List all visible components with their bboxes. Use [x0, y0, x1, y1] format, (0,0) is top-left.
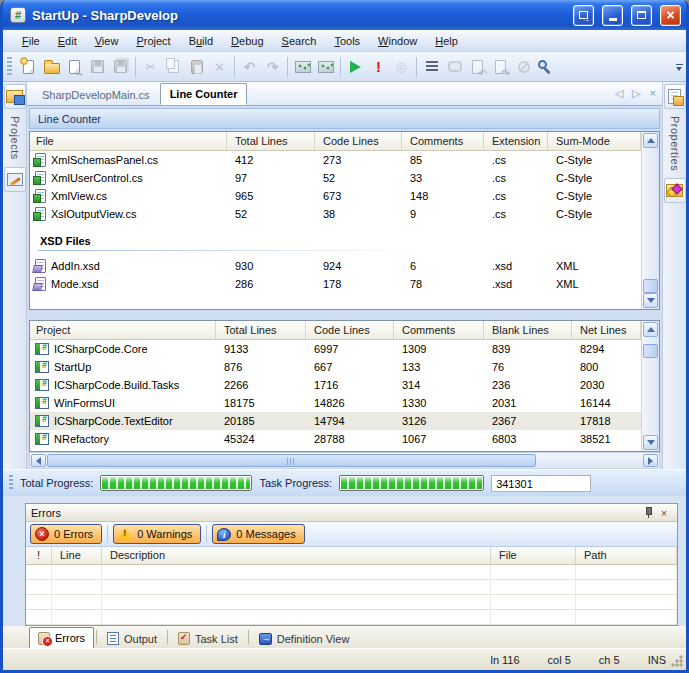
menu-project[interactable]: Project — [127, 32, 179, 50]
table-row[interactable]: XslOutputView.cs52389.csC-Style — [30, 205, 641, 223]
document-tab[interactable]: SharpDevelopMain.cs — [32, 85, 160, 105]
new-window-button[interactable] — [63, 55, 86, 78]
project-name-cell: ICSharpCode.TextEditor — [30, 415, 216, 427]
next-tab-icon[interactable]: ▷ — [632, 88, 640, 99]
project-name-cell: ICSharpCode.Build.Tasks — [30, 379, 216, 391]
files-table: FileTotal LinesCode LinesCommentsExtensi… — [29, 131, 660, 310]
float-window-button[interactable] — [573, 5, 594, 26]
scroll-down-button[interactable] — [643, 435, 658, 450]
right-dock-strip: Properties — [662, 82, 686, 469]
search-button[interactable] — [535, 55, 558, 78]
table-row[interactable]: AddIn.xsd9309246.xsdXML — [30, 257, 641, 275]
scrollbar-thumb[interactable] — [47, 454, 536, 467]
build-button[interactable] — [291, 55, 314, 78]
toolbar-separator — [287, 57, 288, 77]
cell: 8294 — [572, 343, 641, 355]
close-tab-icon[interactable]: × — [650, 88, 656, 99]
tab-task-list[interactable]: Task List — [170, 629, 246, 648]
errors-toolbar: 0 Errors0 Warnings0 Messages — [26, 522, 677, 547]
column-header: Total Lines — [216, 321, 306, 339]
menu-help[interactable]: Help — [426, 32, 467, 50]
project-row[interactable]: ICSharpCode.TextEditor201851479431262367… — [30, 412, 641, 430]
toolbar: ✂×↶↷!◎ — [3, 52, 686, 82]
cell: 178 — [315, 278, 402, 290]
prev-tab-icon[interactable]: ◁ — [615, 88, 623, 99]
scroll-right-button[interactable] — [643, 454, 658, 467]
errors-filter-button[interactable]: 0 Errors — [30, 524, 102, 544]
warnings-filter-button[interactable]: 0 Warnings — [113, 524, 201, 544]
new-file-button[interactable] — [17, 55, 40, 78]
maximize-button[interactable] — [631, 5, 652, 26]
cell: 412 — [227, 154, 315, 166]
menu-view[interactable]: View — [86, 32, 128, 50]
toolbar-overflow-button[interactable] — [673, 55, 685, 79]
files-table-scrollbar[interactable] — [641, 132, 659, 309]
properties-pad-label[interactable]: Properties — [669, 116, 681, 171]
tab-errors[interactable]: Errors — [29, 627, 94, 648]
project-row[interactable]: ICSharpCode.Core9133699713098398294 — [30, 340, 641, 358]
scroll-left-button[interactable] — [31, 454, 46, 467]
bookmarks-menu-button[interactable] — [420, 55, 443, 78]
scrollbar-thumb[interactable] — [643, 344, 658, 358]
scissors-icon: ✂ — [145, 61, 155, 73]
close-icon: × — [661, 507, 667, 519]
menu-build[interactable]: Build — [180, 32, 222, 50]
projects-pad-label[interactable]: Projects — [9, 116, 21, 160]
messages-filter-button[interactable]: 0 Messages — [212, 524, 304, 544]
minimize-button[interactable] — [602, 5, 623, 26]
horizontal-splitter[interactable] — [27, 310, 662, 320]
document-tab[interactable]: Line Counter — [160, 83, 248, 105]
errors-panel: Errors × 0 Errors0 Warnings0 Messages !L… — [25, 503, 678, 626]
panel-splitter[interactable] — [3, 496, 686, 503]
application-window: # StartUp - SharpDevelop FileEditViewPro… — [0, 0, 689, 673]
table-row[interactable]: XmlSchemasPanel.cs41227385.csC-Style — [30, 151, 641, 169]
project-row[interactable]: StartUp87666713376800 — [30, 358, 641, 376]
tab-separator — [167, 630, 168, 644]
cross-icon: × — [215, 59, 224, 74]
projects-table-scrollbar[interactable] — [641, 321, 659, 451]
cell: 85 — [402, 154, 484, 166]
menu-file[interactable]: File — [13, 32, 49, 50]
close-button[interactable] — [660, 5, 681, 26]
cell: 314 — [394, 379, 484, 391]
open-file-button[interactable] — [40, 55, 63, 78]
projects-pad-button[interactable] — [4, 84, 26, 109]
strip-grip[interactable] — [9, 475, 13, 491]
abort-button[interactable]: ! — [367, 55, 390, 78]
project-row[interactable]: WinFormsUI18175148261330203116144 — [30, 394, 641, 412]
tab-definition-view[interactable]: Definition View — [251, 629, 358, 648]
menu-debug[interactable]: Debug — [222, 32, 272, 50]
menu-tools[interactable]: Tools — [325, 32, 369, 50]
table-row[interactable]: XmlView.cs965673148.csC-Style — [30, 187, 641, 205]
column-header: Sum-Mode — [548, 132, 641, 150]
build-all-button[interactable] — [314, 55, 337, 78]
run-button[interactable] — [344, 55, 367, 78]
build-icon — [295, 61, 311, 73]
project-row[interactable]: ICSharpCode.Build.Tasks22661716314236203… — [30, 376, 641, 394]
toolbar-grip[interactable] — [7, 57, 12, 77]
pin-button[interactable] — [640, 506, 656, 520]
scroll-up-button[interactable] — [643, 322, 658, 337]
tab-output[interactable]: Output — [99, 629, 165, 648]
column-header: Code Lines — [315, 132, 402, 150]
scroll-down-button[interactable] — [643, 293, 658, 308]
properties-pad-button[interactable] — [664, 84, 686, 109]
status-line: ln 116 — [490, 654, 519, 666]
classes-pad-button[interactable] — [4, 167, 26, 192]
menu-search[interactable]: Search — [273, 32, 326, 50]
scroll-up-button[interactable] — [643, 133, 658, 148]
table-row[interactable]: XmlUserControl.cs975233.csC-Style — [30, 169, 641, 187]
progress-status-strip: Total Progress: Task Progress: 341301 — [3, 469, 686, 496]
errors-table-header: !LineDescriptionFilePath — [26, 547, 677, 565]
toolbox-pad-button[interactable] — [664, 178, 686, 203]
float-icon — [579, 11, 588, 19]
table-row[interactable]: Mode.xsd28617878.xsdXML — [30, 275, 641, 293]
menu-edit[interactable]: Edit — [49, 32, 86, 50]
menu-window[interactable]: Window — [369, 32, 426, 50]
resize-grip[interactable] — [671, 655, 683, 667]
column-header: ! — [26, 547, 52, 564]
scrollbar-thumb[interactable] — [643, 279, 658, 293]
column-header: Description — [102, 547, 491, 564]
horizontal-scrollbar[interactable] — [29, 452, 660, 469]
close-panel-button[interactable]: × — [656, 506, 672, 520]
